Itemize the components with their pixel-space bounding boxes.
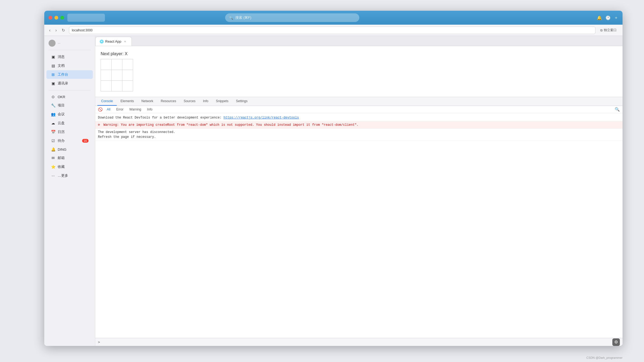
settings-gear-button[interactable]: ⚙ (612, 338, 620, 346)
fullscreen-traffic-light[interactable] (60, 16, 64, 20)
cell-2-2[interactable] (122, 81, 133, 91)
devtools-bottom-bar: > ⚙ (95, 338, 623, 346)
sidebar-label-okr: OKR (58, 95, 65, 99)
projects-icon: 🔧 (51, 103, 56, 108)
sidebar-label-more: …更多 (58, 173, 68, 178)
console-message-2: The development server has disconnected.… (95, 129, 623, 141)
mac-window: 🔍 搜索 (⌘F) 🔔 🕐 ＋ ‹ › ↻ ⧉ 独立窗口 ··· (44, 11, 623, 346)
app-viewport: Next player: X (95, 46, 623, 97)
console-message-1-text: Warning: You are importing createRoot fr… (103, 123, 358, 127)
sidebar-profile: ··· (44, 38, 95, 48)
sidebar-label-meetings: 会议 (58, 112, 65, 117)
devtools-panel: Console Elements Network Resources Sourc… (95, 97, 623, 346)
sidebar-item-calendar[interactable]: 📅 日历 (46, 128, 93, 136)
sidebar-label-workspace: 工作台 (58, 72, 68, 77)
sidebar-item-more[interactable]: ··· …更多 (46, 171, 93, 180)
devtools-tab-info[interactable]: Info (199, 97, 212, 106)
console-message-2-text: The development server has disconnected.… (98, 130, 175, 139)
cell-1-0[interactable] (101, 70, 112, 81)
sidebar-item-docs[interactable]: ▤ 文档 (46, 61, 93, 70)
console-message-0-text: Download the React DevTools for a better… (98, 116, 224, 120)
history-icon[interactable]: 🕐 (605, 15, 611, 20)
independent-window-button[interactable]: ⧉ 独立窗口 (598, 27, 619, 34)
browser-tab-row: R React App × (95, 36, 623, 46)
sidebar-label-cloud: 云盘 (58, 121, 65, 125)
sidebar-label-calendar: 日历 (58, 130, 65, 134)
sidebar-item-contacts[interactable]: ▣ 通讯录 (46, 79, 93, 88)
devtools-tab-settings[interactable]: Settings (232, 97, 251, 106)
title-bar-actions: 🔔 🕐 ＋ (597, 15, 618, 21)
filter-error-button[interactable]: Error (115, 107, 125, 112)
minimize-traffic-light[interactable] (54, 16, 58, 20)
sidebar-item-projects[interactable]: 🔧 项目 (46, 101, 93, 110)
messages-icon: ▣ (51, 55, 56, 59)
cell-2-0[interactable] (101, 81, 112, 91)
cell-0-1[interactable] (112, 59, 122, 70)
sidebar-main-section: ▣ 消息 ▤ 文档 ⊞ 工作台 ▣ 通讯录 (44, 52, 95, 88)
filter-info-button[interactable]: Info (145, 107, 154, 112)
sidebar-label-favorites: 收藏 (58, 164, 65, 169)
filter-all-button[interactable]: All (105, 107, 112, 112)
sidebar-item-mail[interactable]: ✉ 邮箱 (46, 154, 93, 162)
cell-1-1[interactable] (112, 70, 122, 81)
sidebar-item-todo[interactable]: ☑ 待办 16 (46, 136, 93, 145)
app-page-title: Next player: X (101, 51, 617, 56)
back-button[interactable]: ‹ (48, 27, 52, 34)
independent-window-icon: ⧉ (600, 28, 603, 32)
sidebar-item-workspace[interactable]: ⊞ 工作台 (46, 70, 93, 79)
close-traffic-light[interactable] (49, 16, 52, 20)
search-icon: 🔍 (229, 16, 233, 20)
tab-favicon: R (100, 40, 104, 43)
docs-icon: ▤ (51, 64, 56, 68)
sidebar-label-projects: 项目 (58, 103, 65, 108)
refresh-button[interactable]: ↻ (61, 27, 66, 34)
devtools-tab-sources[interactable]: Sources (180, 97, 199, 106)
favorites-icon: ⭐ (51, 165, 56, 169)
ding-icon: 🔔 (51, 147, 56, 152)
devtools-tab-bar: Console Elements Network Resources Sourc… (95, 97, 623, 106)
cell-1-2[interactable] (122, 70, 133, 81)
tab-close-button[interactable]: × (123, 39, 127, 44)
sidebar-item-cloud[interactable]: ☁ 云盘 (46, 119, 93, 127)
filter-warning-button[interactable]: Warning (128, 107, 143, 112)
forward-button[interactable]: › (54, 27, 58, 34)
cloud-icon: ☁ (51, 121, 56, 125)
sidebar-label-contacts: 通讯录 (58, 81, 68, 86)
cell-2-1[interactable] (112, 81, 122, 91)
main-content: ··· ▣ 消息 ▤ 文档 ⊞ 工作台 ▣ 通讯录 (44, 36, 623, 346)
filter-block-icon[interactable]: 🚫 (98, 107, 103, 112)
sidebar-item-meetings[interactable]: 👥 会议 (46, 110, 93, 119)
sidebar-item-messages[interactable]: ▣ 消息 (46, 53, 93, 61)
devtools-tab-console[interactable]: Console (97, 97, 117, 106)
devtools-tab-elements[interactable]: Elements (117, 97, 138, 106)
new-tab-icon[interactable]: ＋ (614, 15, 618, 21)
url-bar[interactable] (69, 27, 595, 34)
devtools-tab-snippets[interactable]: Snippets (212, 97, 232, 106)
sidebar-item-ding[interactable]: 🔔 DING (46, 145, 93, 153)
react-devtools-link[interactable]: https://reactjs.org/link/react-devtools (224, 116, 299, 120)
console-messages: Download the React DevTools for a better… (95, 113, 623, 338)
global-search-bar[interactable]: 🔍 搜索 (⌘F) (225, 13, 359, 22)
console-message-1: ⊘ Warning: You are importing createRoot … (95, 121, 623, 129)
devtools-tab-resources[interactable]: Resources (157, 97, 180, 106)
sidebar-label-messages: 消息 (58, 54, 65, 59)
browser-content: R React App × Next player: X (95, 36, 623, 346)
cell-0-0[interactable] (101, 59, 112, 70)
meetings-icon: 👥 (51, 112, 56, 116)
cell-0-2[interactable] (122, 59, 133, 70)
devtools-tab-network[interactable]: Network (138, 97, 157, 106)
notifications-icon[interactable]: 🔔 (597, 15, 602, 20)
react-app-tab[interactable]: R React App × (95, 37, 132, 46)
title-bar: 🔍 搜索 (⌘F) 🔔 🕐 ＋ (44, 11, 623, 25)
address-bar-left (67, 14, 105, 22)
console-prompt[interactable]: > (98, 340, 100, 344)
mail-icon: ✉ (51, 156, 56, 160)
sidebar-item-favorites[interactable]: ⭐ 收藏 (46, 162, 93, 171)
sidebar: ··· ▣ 消息 ▤ 文档 ⊞ 工作台 ▣ 通讯录 (44, 36, 95, 346)
independent-window-label: 独立窗口 (604, 28, 617, 32)
console-search-icon[interactable]: 🔍 (615, 107, 620, 112)
todo-badge: 16 (82, 139, 89, 143)
sidebar-label-ding: DING (58, 147, 67, 152)
sidebar-item-okr[interactable]: ⊙ OKR (46, 93, 93, 101)
profile-name: ··· (58, 41, 60, 45)
